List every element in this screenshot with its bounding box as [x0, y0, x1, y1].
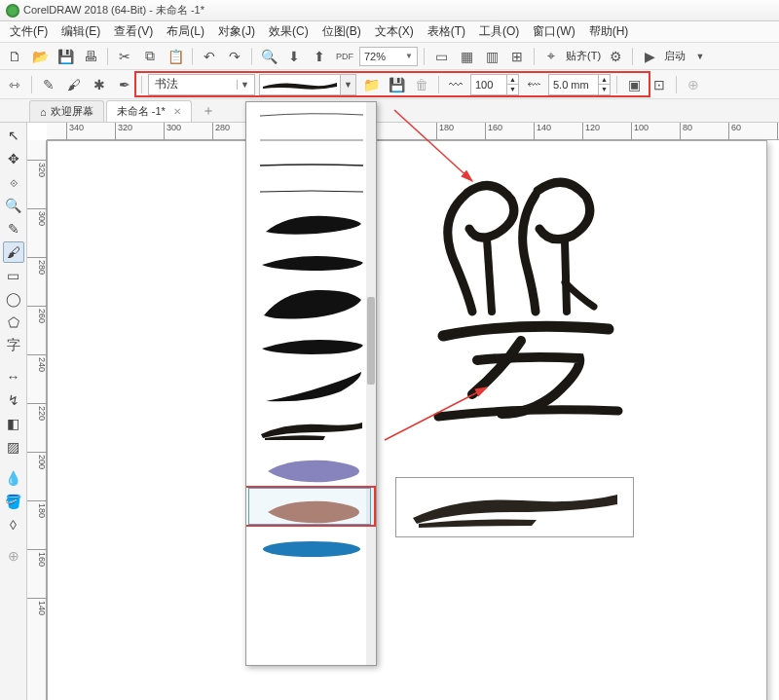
chevron-down-icon[interactable]: ▼ — [689, 46, 711, 67]
connector-tool-icon[interactable]: ↯ — [3, 389, 24, 411]
menu-edit[interactable]: 编辑(E) — [56, 21, 106, 42]
stroke-item[interactable] — [246, 326, 376, 365]
options-button[interactable]: ⚙ — [605, 46, 626, 67]
close-icon[interactable]: ✕ — [173, 106, 181, 117]
menu-table[interactable]: 表格(T) — [422, 21, 471, 42]
stroke-item[interactable] — [246, 178, 376, 203]
preset-tool-icon[interactable]: ✎ — [38, 74, 59, 95]
import-button[interactable]: ⬇ — [283, 46, 305, 67]
spin-up-icon[interactable]: ▲ — [507, 75, 518, 86]
stroke-item[interactable] — [246, 153, 376, 178]
spin-down-icon[interactable]: ▼ — [507, 85, 518, 94]
outline-tool-icon[interactable]: ◊ — [3, 514, 24, 535]
guides-button[interactable]: ⊞ — [506, 46, 528, 67]
shape-tool-icon[interactable]: ✥ — [3, 148, 24, 169]
pick-tool-icon[interactable]: ↖ — [3, 125, 24, 146]
zoom-tool-icon[interactable]: 🔍 — [3, 195, 24, 216]
sprayer-tool-icon[interactable]: ✱ — [89, 74, 110, 95]
menu-bitmap[interactable]: 位图(B) — [316, 21, 367, 42]
menu-view[interactable]: 查看(V) — [108, 21, 159, 42]
brush-stroke-combo[interactable]: ▼ — [259, 74, 356, 95]
ruler-tick: 120 — [582, 123, 600, 140]
annotation-highlight-box — [245, 486, 376, 527]
add-tool-icon[interactable]: ⊕ — [3, 545, 24, 567]
brush-tool-icon[interactable]: 🖌 — [63, 74, 85, 95]
bounding-box-icon[interactable]: ▣ — [623, 74, 645, 95]
mirror-h-icon[interactable]: ⇿ — [4, 74, 25, 95]
scrollbar-thumb[interactable] — [367, 297, 375, 385]
tab-welcome[interactable]: ⌂ 欢迎屏幕 — [29, 100, 104, 122]
menu-help[interactable]: 帮助(H) — [583, 21, 635, 42]
menu-file[interactable]: 文件(F) — [4, 21, 54, 42]
zoom-combo[interactable]: 72% ▼ — [359, 47, 418, 66]
separator — [251, 48, 252, 65]
search-button[interactable]: 🔍 — [258, 46, 279, 67]
launch-label[interactable]: 启动 — [664, 49, 686, 63]
folder-icon[interactable]: 📁 — [360, 74, 382, 95]
copy-button[interactable]: ⧉ — [139, 46, 161, 67]
eyedropper-tool-icon[interactable]: 💧 — [3, 467, 24, 489]
scale-stroke-icon[interactable]: ⊡ — [649, 74, 670, 95]
paste-button[interactable]: 📋 — [165, 46, 186, 67]
stroke-item[interactable] — [246, 533, 376, 566]
chevron-down-icon[interactable]: ▼ — [340, 75, 355, 94]
stroke-item[interactable] — [246, 203, 376, 242]
stroke-item[interactable] — [246, 128, 376, 153]
stroke-item[interactable] — [246, 365, 376, 410]
calligraphic-tool-icon[interactable]: ✒ — [114, 74, 135, 95]
pdf-button[interactable]: PDF — [334, 46, 355, 67]
menu-layout[interactable]: 布局(L) — [161, 21, 210, 42]
open-button[interactable]: 📂 — [29, 46, 51, 67]
grid-button[interactable]: ▥ — [481, 46, 502, 67]
trash-icon[interactable]: 🗑 — [411, 74, 432, 95]
stroke-item[interactable] — [246, 281, 376, 326]
add-tab-button[interactable]: ＋ — [198, 100, 219, 122]
dropdown-scrollbar[interactable] — [366, 102, 376, 665]
ruler-vertical[interactable]: 320 300 280 260 240 220 200 180 160 140 — [27, 140, 47, 700]
brush-stroke-dropdown[interactable] — [245, 101, 377, 666]
spin-down-icon[interactable]: ▼ — [599, 85, 610, 94]
dimension-tool-icon[interactable]: ↔ — [3, 366, 24, 387]
fullscreen-button[interactable]: ▭ — [430, 46, 452, 67]
snap-icon[interactable]: ⌖ — [540, 46, 562, 67]
ruler-horizontal[interactable]: 340 320 300 280 260 180 160 140 120 100 … — [47, 123, 779, 140]
cut-button[interactable]: ✂ — [114, 46, 135, 67]
menu-window[interactable]: 窗口(W) — [527, 21, 580, 42]
redo-button[interactable]: ↷ — [224, 46, 245, 67]
ellipse-tool-icon[interactable]: ◯ — [3, 288, 24, 310]
smoothing-spin[interactable]: 100 ▲▼ — [470, 74, 519, 95]
stroke-item[interactable] — [246, 102, 376, 128]
crop-tool-icon[interactable]: ⟐ — [3, 171, 24, 193]
export-button[interactable]: ⬆ — [309, 46, 330, 67]
polygon-tool-icon[interactable]: ⬠ — [3, 312, 24, 333]
launch-icon[interactable]: ▶ — [639, 46, 660, 67]
save-button[interactable]: 💾 — [55, 46, 76, 67]
stroke-item-selected[interactable] — [246, 410, 376, 451]
stroke-item[interactable] — [246, 242, 376, 281]
transparency-tool-icon[interactable]: ▨ — [3, 436, 24, 458]
fill-tool-icon[interactable]: 🪣 — [3, 491, 24, 512]
new-doc-button[interactable]: 🗋 — [4, 46, 25, 67]
spin-up-icon[interactable]: ▲ — [599, 75, 610, 86]
text-tool-icon[interactable]: 字 — [3, 335, 24, 356]
artistic-media-tool-icon[interactable]: 🖌 — [3, 241, 24, 263]
category-combo[interactable]: 书法 ▼ — [148, 74, 255, 95]
tab-document[interactable]: 未命名 -1* ✕ — [106, 100, 192, 122]
separator — [192, 48, 193, 65]
print-button[interactable]: 🖶 — [80, 46, 101, 67]
drop-shadow-tool-icon[interactable]: ◧ — [3, 413, 24, 434]
undo-button[interactable]: ↶ — [199, 46, 220, 67]
show-rulers-button[interactable]: ▦ — [456, 46, 477, 67]
stroke-width-spin[interactable]: 5.0 mm ▲▼ — [548, 74, 611, 95]
freehand-tool-icon[interactable]: ✎ — [3, 218, 24, 239]
menu-text[interactable]: 文本(X) — [369, 21, 420, 42]
menu-object[interactable]: 对象(J) — [212, 21, 261, 42]
menu-effects[interactable]: 效果(C) — [263, 21, 315, 42]
save-brush-icon[interactable]: 💾 — [386, 74, 407, 95]
snap-label[interactable]: 贴齐(T) — [566, 49, 601, 63]
canvas-page[interactable] — [47, 140, 779, 700]
ruler-tick: 180 — [27, 500, 47, 518]
quick-custom-icon[interactable]: ⊕ — [683, 74, 704, 95]
menu-tools[interactable]: 工具(O) — [473, 21, 525, 42]
rectangle-tool-icon[interactable]: ▭ — [3, 265, 24, 286]
